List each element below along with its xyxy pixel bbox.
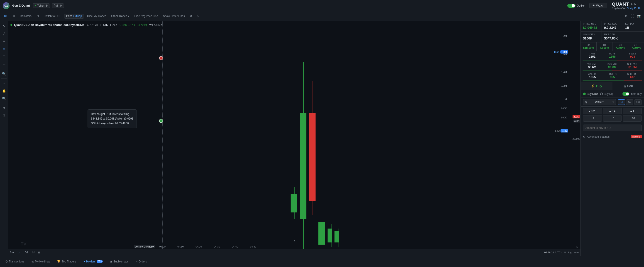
settings-icon-btn[interactable]: ⚙ <box>624 13 629 19</box>
preset-0-4[interactable]: = 0.4 <box>603 108 622 114</box>
log-btn[interactable]: log <box>568 251 572 254</box>
txns-section: TXNS 2351 BUYS 1358 SELLS 993 <box>581 51 644 60</box>
preset-1[interactable]: = 1 <box>623 108 642 114</box>
bottom-tabs: ⬡ Transactions ◎ My Holdings 🏆 Top Trade… <box>0 256 644 267</box>
verify-link[interactable]: Verify Profile <box>627 7 641 10</box>
vol-val: Vol 5.812K <box>149 23 162 26</box>
tab-my-holdings[interactable]: ◎ My Holdings <box>28 258 53 264</box>
tool-sep-3 <box>1 103 7 103</box>
period-5d[interactable]: 5d <box>25 251 28 254</box>
period-1m[interactable]: 1m <box>18 251 21 254</box>
chart-area: Quant/USD on Raydium V4 photon-sol.tinya… <box>8 21 580 256</box>
draw-line-tool[interactable]: ╱ <box>1 30 7 37</box>
time-0410: 04:10 <box>178 245 184 248</box>
switch-sol-btn[interactable]: Switch to SOL <box>42 14 63 18</box>
liquidity-cell: LIQUIDITY $100K <box>581 32 602 42</box>
time-0450: 04:50 <box>250 245 256 248</box>
platform-label: Raydium V4 <box>612 7 626 10</box>
buy-now-option[interactable]: Buy Now <box>583 92 598 96</box>
preset-2[interactable]: = 2 <box>583 115 602 122</box>
price-1-4m: 1.4M <box>562 71 567 74</box>
tab-holders[interactable]: ● Holders 853 <box>80 258 106 264</box>
time-adjust-icon[interactable]: ⊙ <box>576 245 578 248</box>
period-3m[interactable]: 3m <box>10 251 14 254</box>
settings-tool[interactable]: ⚙ <box>1 112 7 119</box>
search-chart-tool[interactable]: 🔍 <box>1 95 7 102</box>
collapse-arrow[interactable]: ∧ <box>293 239 296 243</box>
zoom-tool[interactable]: 🔍 <box>1 70 7 77</box>
tab-transactions[interactable]: ⬡ Transactions <box>2 258 28 264</box>
s3-btn[interactable]: S3 <box>634 99 642 105</box>
undo-btn[interactable]: ↺ <box>188 14 194 18</box>
s-buttons: S1 S2 S3 <box>618 99 642 105</box>
preset-0-25[interactable]: = 0.25 <box>583 108 602 114</box>
mkt-cap-cell: MKT CAP $547.85K <box>602 32 644 42</box>
buy-now-radio <box>583 92 586 95</box>
cursor-tool[interactable]: ↖ <box>1 23 7 29</box>
sell-tab[interactable]: ◎ Sell <box>612 82 644 90</box>
timeframe-btn[interactable]: 1m <box>2 14 9 18</box>
ohlcv-info: O 17K H 51K L 26K C 46K 9.1K (+24.70%) <box>90 23 162 26</box>
orders-icon: ≡ <box>136 260 138 263</box>
draw-pencil-tool[interactable]: ✏ <box>1 46 7 52</box>
watch-button[interactable]: ★ Watch <box>589 3 607 8</box>
amount-input[interactable] <box>583 124 642 131</box>
buy-dip-option[interactable]: Buy Dip <box>600 92 614 96</box>
text-tool[interactable]: T <box>1 54 7 60</box>
indicators-btn[interactable]: Indicators <box>18 14 33 18</box>
buy-vol-cell: BUY VOL $1.8M <box>603 63 622 69</box>
draw-horiz-tool[interactable]: ≡ <box>1 38 7 44</box>
price-usd-cell: PRICE USD $0.0∙5478 <box>581 21 602 32</box>
outlier-toggle[interactable] <box>567 4 576 8</box>
holdings-icon: ◎ <box>32 260 34 263</box>
buy-tab[interactable]: ⚡ Buy <box>581 82 612 90</box>
wallet-select[interactable]: ◎ Wallet 1 ▾ <box>583 99 616 105</box>
measure-tool[interactable]: ⇔ <box>1 61 7 68</box>
advanced-settings-btn[interactable]: ⚙ Advanced Settings Warning <box>581 133 644 140</box>
insta-buy-toggle[interactable]: Insta Buy <box>622 92 642 96</box>
redo-btn[interactable]: ↻ <box>195 14 201 18</box>
period-1d[interactable]: 1d <box>32 251 34 254</box>
candlestick-chart <box>8 21 580 256</box>
holders-count: 853 <box>97 260 103 263</box>
user-avatar: GZ <box>3 2 10 9</box>
auto-btn[interactable]: auto <box>574 251 579 254</box>
camera-icon-btn[interactable]: 📷 <box>636 13 642 19</box>
hide-trades-btn[interactable]: Hide My Trades <box>85 14 108 18</box>
period-icon[interactable]: ⊞ <box>38 251 40 254</box>
timeframe-icon-btn[interactable]: ⊞ <box>11 14 16 18</box>
alert-tool[interactable]: 🔔 <box>1 88 7 94</box>
chart-bottom-bar: 3m 1m 5d 1d ⊞ 03:56:21 (UTC) % log auto <box>8 249 580 256</box>
trash-tool[interactable]: 🗑 <box>1 104 7 111</box>
pct-btn[interactable]: % <box>564 251 566 254</box>
hide-avg-btn[interactable]: Hide Avg Price Line <box>132 14 160 18</box>
home-tool[interactable]: ⌂ <box>1 80 7 86</box>
tab-top-traders[interactable]: 🏆 Top Traders <box>54 258 79 264</box>
bubblemaps-icon: ◉ <box>110 260 112 263</box>
s2-btn[interactable]: S2 <box>626 99 634 105</box>
lightning-icon: ⚡ <box>591 84 595 88</box>
price-usd-value: $0.0∙5478 <box>583 26 599 30</box>
insta-buy-switch[interactable] <box>622 92 629 96</box>
show-order-btn[interactable]: Show Order Lines <box>161 14 187 18</box>
time-0400: 04:00 <box>159 245 166 248</box>
preset-5[interactable]: = 5 <box>603 115 622 122</box>
high-val: H 51K <box>100 23 108 26</box>
preset-10[interactable]: = 10 <box>623 115 642 122</box>
layout-btn[interactable]: ⊟ <box>35 14 40 18</box>
low-price-badge: Low 6.8K <box>555 129 568 132</box>
price-neg-label: -200000 <box>572 138 580 140</box>
volume-section: VOLUME $3.6M BUY VOL $1.8M SELL VOL $1.8… <box>581 62 644 70</box>
price-mcap-btn[interactable]: Price / MCap <box>64 14 84 18</box>
other-trades-btn[interactable]: Other Trades ▾ <box>109 14 131 18</box>
token-badge[interactable]: Token ⚙ <box>33 4 50 8</box>
s1-btn[interactable]: S1 <box>618 99 625 105</box>
pair-badge[interactable]: Pair ⚙ <box>52 4 64 8</box>
perf-5m: 5M 518.18% <box>581 42 596 51</box>
main-content: ↖ ╱ ≡ ✏ T ⇔ 🔍 ⌂ 🔔 🔍 🗑 ⚙ Quant/USD on Ray… <box>0 21 644 256</box>
fullscreen-icon-btn[interactable]: ⛶ <box>630 13 635 19</box>
perf-24h: 24H 7,896% <box>628 42 644 51</box>
tab-bubblemaps[interactable]: ◉ Bubblemaps <box>107 258 132 264</box>
tab-orders[interactable]: ≡ Orders <box>133 258 150 264</box>
time-0440: 04:40 <box>232 245 238 248</box>
